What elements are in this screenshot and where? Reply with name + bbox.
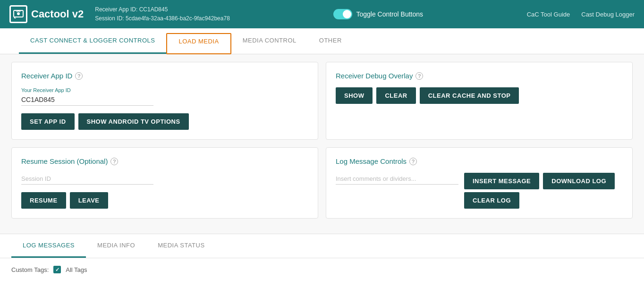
header-info: Receiver App ID: CC1AD845 Session ID: 5c… (95, 5, 230, 23)
tab-media-status[interactable]: MEDIA STATUS (146, 234, 216, 258)
resume-session-help-icon[interactable]: ? (110, 158, 118, 165)
tab-cast-connect[interactable]: CAST CONNECT & LOGGER CONTROLS (19, 28, 166, 54)
receiver-debug-overlay-panel: Receiver Debug Overlay ? SHOW CLEAR CLEA… (326, 62, 633, 140)
custom-tags-label: Custom Tags: (11, 266, 49, 273)
bottom-content: Custom Tags: All Tags (0, 258, 644, 281)
receiver-debug-overlay-btn-row: SHOW CLEAR CLEAR CACHE AND STOP (336, 87, 623, 104)
session-id-input[interactable] (21, 173, 153, 185)
logo-group: Cactool v2 (9, 5, 84, 23)
show-android-tv-options-button[interactable]: SHOW ANDROID TV OPTIONS (78, 113, 189, 130)
custom-tags-row: Custom Tags: All Tags (11, 266, 633, 273)
leave-button[interactable]: LEAVE (70, 192, 108, 209)
main-content: Receiver App ID ? Your Receiver App ID S… (0, 54, 644, 234)
tab-other[interactable]: OTHER (308, 28, 353, 54)
clear-cache-and-stop-button[interactable]: CLEAR CACHE AND STOP (420, 87, 519, 104)
log-message-controls-help-icon[interactable]: ? (409, 158, 417, 165)
receiver-debug-overlay-title: Receiver Debug Overlay ? (336, 72, 623, 80)
cac-tool-guide-link[interactable]: CaC Tool Guide (527, 11, 570, 18)
toggle-control-buttons[interactable] (333, 9, 352, 19)
header-links: CaC Tool Guide Cast Debug Logger (527, 11, 635, 18)
receiver-app-id-input[interactable] (21, 94, 153, 106)
receiver-app-id-input-label: Your Receiver App ID (21, 87, 308, 93)
tab-log-messages[interactable]: LOG MESSAGES (11, 234, 86, 258)
all-tags-label: All Tags (66, 266, 87, 273)
receiver-app-id-help-icon[interactable]: ? (75, 72, 83, 80)
logo-text: Cactool v2 (31, 8, 84, 20)
clear-log-button[interactable]: CLEAR LOG (464, 192, 519, 209)
log-comment-input[interactable] (336, 173, 458, 185)
main-tabs: CAST CONNECT & LOGGER CONTROLS LOAD MEDI… (0, 28, 644, 54)
session-id-info: Session ID: 5cdae4fa-32aa-4386-ba2c-9fac… (95, 14, 230, 23)
toggle-label: Toggle Control Buttons (356, 10, 423, 18)
bottom-tabs: LOG MESSAGES MEDIA INFO MEDIA STATUS (0, 234, 644, 258)
tab-media-info[interactable]: MEDIA INFO (86, 234, 146, 258)
tab-media-control[interactable]: MEDIA CONTROL (231, 28, 308, 54)
log-message-controls-title: Log Message Controls ? (336, 157, 623, 165)
insert-message-button[interactable]: INSERT MESSAGE (464, 173, 539, 189)
set-app-id-button[interactable]: SET APP ID (21, 113, 75, 130)
receiver-app-id-title: Receiver App ID ? (21, 72, 308, 80)
bottom-panels-row: Resume Session (Optional) ? RESUME LEAVE… (11, 147, 633, 219)
svg-point-3 (17, 12, 20, 15)
receiver-debug-overlay-help-icon[interactable]: ? (415, 72, 423, 80)
receiver-app-id-btn-row: SET APP ID SHOW ANDROID TV OPTIONS (21, 113, 308, 130)
all-tags-checkbox[interactable] (53, 266, 61, 273)
download-log-button[interactable]: DOWNLOAD LOG (543, 173, 615, 189)
show-debug-button[interactable]: SHOW (336, 87, 373, 104)
toggle-group: Toggle Control Buttons (333, 9, 423, 19)
top-panels-row: Receiver App ID ? Your Receiver App ID S… (11, 62, 633, 140)
resume-button[interactable]: RESUME (21, 192, 66, 209)
resume-session-title: Resume Session (Optional) ? (21, 157, 308, 165)
logo-icon (9, 5, 27, 23)
tab-load-media[interactable]: LOAD MEDIA (166, 33, 231, 54)
log-message-controls-panel: Log Message Controls ? INSERT MESSAGE DO… (326, 147, 633, 219)
receiver-app-id-panel: Receiver App ID ? Your Receiver App ID S… (11, 62, 318, 140)
cast-debug-logger-link[interactable]: Cast Debug Logger (581, 11, 635, 18)
app-header: Cactool v2 Receiver App ID: CC1AD845 Ses… (0, 0, 644, 28)
resume-session-btn-row: RESUME LEAVE (21, 192, 308, 209)
clear-debug-button[interactable]: CLEAR (376, 87, 415, 104)
resume-session-panel: Resume Session (Optional) ? RESUME LEAVE (11, 147, 318, 219)
svg-line-1 (14, 17, 15, 18)
bottom-section: LOG MESSAGES MEDIA INFO MEDIA STATUS Cus… (0, 234, 644, 281)
receiver-app-id-info: Receiver App ID: CC1AD845 (95, 5, 230, 14)
